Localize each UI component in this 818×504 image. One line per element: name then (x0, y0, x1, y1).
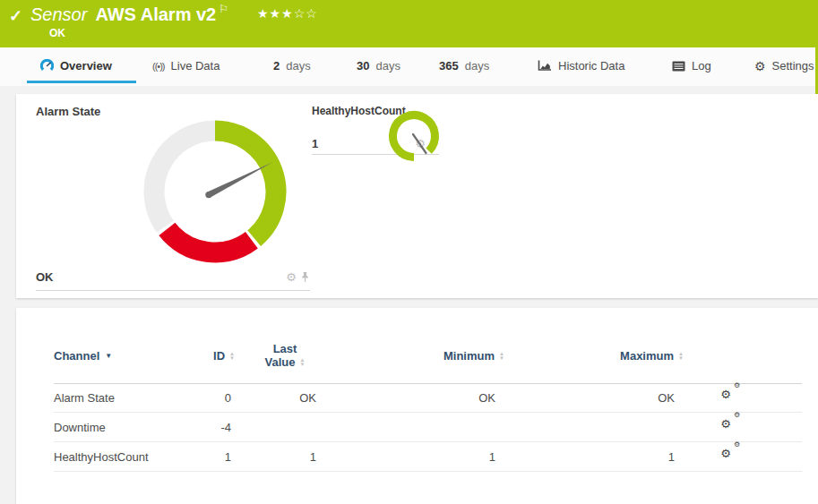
column-header-channel-label: Channel (54, 349, 99, 363)
priority-stars[interactable]: ★★★☆☆ (257, 6, 318, 21)
id-cell: 1 (142, 442, 231, 472)
sensor-header: ✓ Sensor AWS Alarm v2 ⚐ ★★★☆☆ OK (0, 0, 818, 47)
tab-bar: Overview ((•)) Live Data 2 days 30 days … (0, 47, 818, 86)
table-header-row: Channel ▼ ID ▲▼ Last Value ▲▼ Minimum ▲▼… (16, 342, 818, 383)
tab-365-days-number: 365 (439, 59, 459, 73)
tab-2-days[interactable]: 2 days (273, 59, 311, 73)
channel-name-cell: Alarm State (54, 383, 115, 413)
table-row: Downtime -4 ⚙⚙ (16, 413, 818, 442)
column-header-id-label: ID (213, 349, 225, 363)
tab-log-label: Log (692, 59, 711, 73)
broadcast-icon: ((•)) (152, 61, 165, 72)
minimum-cell: OK (375, 383, 495, 413)
tab-settings-label: Settings (772, 59, 814, 73)
gauge-needle (207, 162, 272, 197)
ok-check-icon: ✓ (9, 6, 22, 26)
table-row: Alarm State 0 OK OK OK ⚙⚙ (16, 383, 818, 413)
tab-log[interactable]: Log (672, 59, 711, 73)
table-row: HealthyHostCount 1 1 1 1 ⚙⚙ (16, 442, 818, 472)
tab-overview-label: Overview (60, 59, 112, 73)
channel-name-cell: HealthyHostCount (54, 442, 149, 472)
column-header-value-label: Value (265, 355, 296, 369)
sort-icon: ▲▼ (300, 358, 306, 367)
gauge-empty-segment (154, 131, 215, 226)
stars-empty: ☆☆ (294, 6, 318, 21)
alarm-state-gauge-value: OK (36, 270, 54, 284)
tab-settings[interactable]: ⚙ Settings (754, 59, 814, 73)
healthy-host-count-gauge-value: 1 (312, 137, 318, 150)
maximum-cell: 1 (554, 442, 675, 472)
column-header-maximum-label: Maximum (620, 349, 674, 363)
sort-icon: ▲▼ (229, 352, 235, 361)
tab-2-days-label: days (286, 59, 310, 73)
tab-30-days-number: 30 (357, 59, 369, 73)
tab-365-days-label: days (465, 59, 489, 73)
alarm-state-gauge (125, 102, 305, 281)
chart-icon (538, 60, 552, 72)
healthy-host-count-gauge (385, 107, 443, 165)
gear-icon: ⚙ (754, 60, 766, 73)
mini-gauge-needle (413, 134, 426, 153)
log-icon (672, 61, 685, 72)
prtg-sensor-page: ✓ Sensor AWS Alarm v2 ⚐ ★★★☆☆ OK Overvie… (0, 0, 818, 504)
channel-name-cell: Downtime (54, 413, 106, 442)
tab-30-days[interactable]: 30 days (357, 59, 400, 73)
maximum-cell: OK (554, 383, 675, 413)
sort-icon: ▲▼ (499, 352, 504, 361)
tab-overview[interactable]: Overview (40, 59, 112, 73)
tab-30-days-label: days (375, 59, 400, 73)
active-tab-underline (27, 81, 136, 83)
gauges-panel: Alarm State OK ⚙ HealthyHostCount 1 ⚙ (16, 94, 818, 298)
flag-icon[interactable]: ⚐ (219, 3, 228, 15)
minimum-cell: 1 (375, 442, 495, 472)
sort-icon: ▲▼ (678, 352, 684, 361)
stars-filled: ★★★ (257, 6, 294, 21)
channels-table-panel: Channel ▼ ID ▲▼ Last Value ▲▼ Minimum ▲▼… (16, 308, 818, 504)
status-badge: OK (49, 27, 65, 39)
alarm-state-gauge-title: Alarm State (36, 105, 100, 118)
column-header-minimum[interactable]: Minimum ▲▼ (375, 349, 504, 363)
row-divider (54, 471, 802, 472)
tab-historic-data[interactable]: Historic Data (538, 59, 624, 73)
sort-desc-icon: ▼ (105, 352, 112, 360)
column-header-channel[interactable]: Channel ▼ (54, 349, 112, 363)
column-header-last-label: Last (273, 342, 297, 355)
id-cell: 0 (142, 383, 231, 413)
tab-live-data[interactable]: ((•)) Live Data (152, 59, 220, 73)
last-value-cell: 1 (231, 442, 316, 472)
column-header-maximum[interactable]: Maximum ▲▼ (554, 349, 684, 363)
sensor-title-line: Sensor AWS Alarm v2 ⚐ ★★★☆☆ (30, 4, 318, 25)
gauge-error-segment (167, 229, 252, 252)
id-cell: -4 (142, 413, 231, 442)
tab-2-days-number: 2 (273, 59, 280, 73)
tab-historic-data-label: Historic Data (558, 59, 624, 73)
column-header-last-value[interactable]: Last Value ▲▼ (245, 342, 325, 369)
last-value-cell: OK (231, 383, 316, 413)
object-kind-label: Sensor (30, 4, 87, 25)
tab-365-days[interactable]: 365 days (439, 59, 489, 73)
gauge-icon (40, 59, 54, 73)
column-header-id[interactable]: ID ▲▼ (142, 349, 235, 363)
page-title: AWS Alarm v2 (95, 4, 216, 25)
column-header-minimum-label: Minimum (443, 349, 495, 363)
tab-live-data-label: Live Data (171, 59, 220, 73)
